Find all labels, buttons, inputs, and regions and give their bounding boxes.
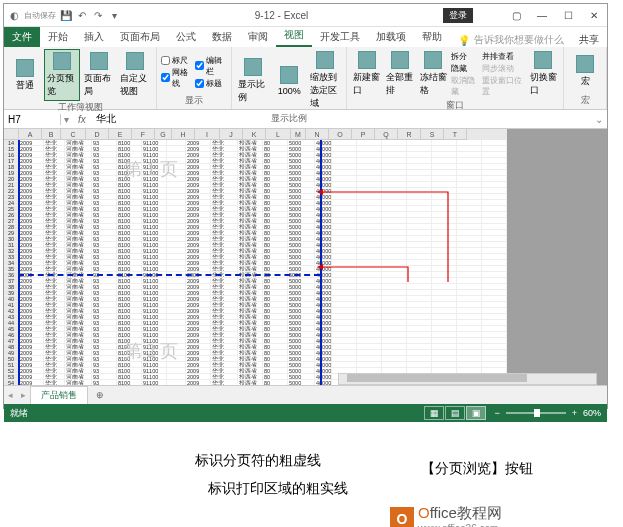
ruler-checkbox[interactable]: 标尺: [161, 55, 193, 66]
autosave-label: 自动保存: [24, 10, 56, 21]
horizontal-scrollbar[interactable]: [338, 373, 597, 385]
zoom-button[interactable]: 显示比例: [236, 49, 270, 112]
autosave-icon[interactable]: ◐: [8, 9, 20, 21]
annotation-button: 【分页浏览】按钮: [421, 460, 533, 478]
close-icon[interactable]: ✕: [581, 4, 607, 26]
annotation-dashed: 标识分页符的粗虚线: [195, 452, 321, 470]
page-break-line[interactable]: [18, 274, 320, 276]
sync-scroll-button[interactable]: 同步滚动: [482, 63, 526, 74]
normal-view-button[interactable]: 普通: [8, 49, 42, 101]
tab-nav-next-icon[interactable]: ▸: [17, 390, 30, 400]
name-box-dropdown-icon[interactable]: ▾: [61, 114, 72, 125]
fx-icon[interactable]: fx: [72, 114, 92, 125]
tab-layout[interactable]: 页面布局: [112, 27, 168, 47]
tab-data[interactable]: 数据: [204, 27, 240, 47]
view-pagebreak-icon[interactable]: ▣: [466, 406, 486, 420]
group-label-window: 窗口: [351, 99, 559, 112]
worksheet-area[interactable]: ABCDEFGHIJKLMNOPQRST142009华北河南省938100911…: [4, 129, 607, 385]
new-sheet-icon[interactable]: ⊕: [88, 390, 112, 400]
zoom-in-icon[interactable]: +: [572, 408, 577, 418]
zoom-out-icon[interactable]: −: [494, 408, 499, 418]
footer-brand: Office教程网: [418, 504, 502, 523]
gridlines-checkbox[interactable]: 网格线: [161, 67, 193, 89]
formula-bar: H7 ▾ fx 华北 ⌄: [4, 110, 607, 129]
hide-button[interactable]: 隐藏: [451, 63, 480, 74]
headings-checkbox[interactable]: 标题: [195, 78, 227, 89]
new-window-button[interactable]: 新建窗口: [351, 49, 382, 99]
window-title: 9-12 - Excel: [120, 10, 443, 21]
tab-help[interactable]: 帮助: [414, 27, 450, 47]
tab-insert[interactable]: 插入: [76, 27, 112, 47]
tab-view[interactable]: 视图: [276, 25, 312, 47]
tab-nav-prev-icon[interactable]: ◂: [4, 390, 17, 400]
tab-formulas[interactable]: 公式: [168, 27, 204, 47]
zoom-percent[interactable]: 60%: [583, 408, 601, 418]
sheet-tab[interactable]: 产品销售: [30, 386, 88, 404]
print-boundary-left: [18, 140, 20, 385]
zoom-100-button[interactable]: 100%: [272, 49, 306, 112]
tab-file[interactable]: 文件: [4, 27, 40, 47]
footer-branding: O Office教程网 www.office26.com: [390, 504, 623, 527]
redo-icon[interactable]: ↷: [92, 9, 104, 21]
tab-home[interactable]: 开始: [40, 27, 76, 47]
print-boundary-right: [320, 140, 322, 385]
custom-views-button[interactable]: 自定义视图: [118, 49, 152, 101]
footer-logo-icon: O: [390, 507, 414, 527]
page-break-preview-button[interactable]: 分页预览: [44, 49, 80, 101]
maximize-icon[interactable]: ☐: [555, 4, 581, 26]
view-normal-icon[interactable]: ▦: [424, 406, 444, 420]
sheet-tab-bar: ◂ ▸ 产品销售 ⊕: [4, 385, 607, 404]
tell-me-search[interactable]: 💡告诉我你想要做什么: [450, 33, 571, 47]
ribbon: 普通 分页预览 页面布局 自定义视图 工作簿视图 标尺 网格线 编辑栏 标题 显…: [4, 47, 607, 110]
formula-input[interactable]: 华北: [92, 112, 591, 126]
ribbon-tabs: 文件 开始 插入 页面布局 公式 数据 审阅 视图 开发工具 加载项 帮助 💡告…: [4, 27, 607, 47]
minimize-icon[interactable]: —: [529, 4, 555, 26]
formula-expand-icon[interactable]: ⌄: [591, 114, 607, 125]
page-layout-button[interactable]: 页面布局: [82, 49, 116, 101]
arrange-all-button[interactable]: 全部重排: [384, 49, 415, 99]
save-icon[interactable]: 💾: [60, 9, 72, 21]
formula-bar-checkbox[interactable]: 编辑栏: [195, 55, 227, 77]
tab-addins[interactable]: 加载项: [368, 27, 414, 47]
split-button[interactable]: 拆分: [451, 51, 480, 62]
group-label-show: 显示: [161, 94, 227, 107]
zoom-slider[interactable]: [506, 412, 566, 414]
freeze-panes-button[interactable]: 冻结窗格: [418, 49, 449, 99]
status-mode: 就绪: [10, 407, 28, 420]
undo-icon[interactable]: ↶: [76, 9, 88, 21]
unhide-button[interactable]: 取消隐藏: [451, 75, 480, 97]
tab-dev[interactable]: 开发工具: [312, 27, 368, 47]
status-bar: 就绪 ▦ ▤ ▣ − + 60%: [4, 404, 607, 422]
view-layout-icon[interactable]: ▤: [445, 406, 465, 420]
reset-window-button[interactable]: 重设窗口位置: [482, 75, 526, 97]
switch-windows-button[interactable]: 切换窗口: [528, 49, 559, 99]
annotation-solid: 标识打印区域的粗实线: [208, 480, 348, 498]
footer-url: www.office26.com: [418, 523, 502, 527]
side-by-side-button[interactable]: 并排查看: [482, 51, 526, 62]
ribbon-options-icon[interactable]: ▢: [503, 4, 529, 26]
lightbulb-icon: 💡: [458, 35, 470, 46]
share-button[interactable]: 共享: [571, 33, 607, 47]
macros-button[interactable]: 宏: [568, 49, 602, 94]
name-box[interactable]: H7: [4, 114, 61, 125]
qat-more-icon[interactable]: ▾: [108, 9, 120, 21]
login-button[interactable]: 登录: [443, 8, 473, 23]
zoom-selection-button[interactable]: 缩放到选定区域: [308, 49, 342, 112]
group-label-macro: 宏: [568, 94, 602, 107]
title-bar: ◐ 自动保存 💾 ↶ ↷ ▾ 9-12 - Excel 登录 ▢ — ☐ ✕: [4, 4, 607, 27]
tab-review[interactable]: 审阅: [240, 27, 276, 47]
